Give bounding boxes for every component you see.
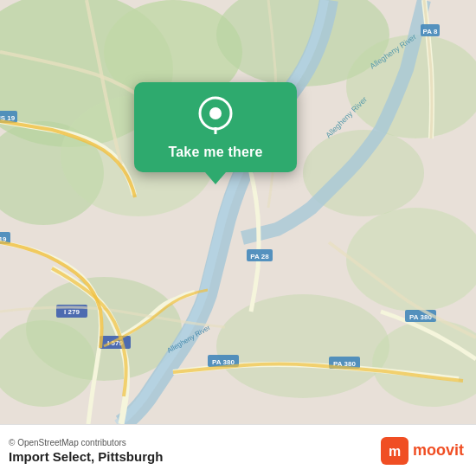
- bottom-left-info: © OpenStreetMap contributors Import Sele…: [9, 438, 163, 464]
- svg-point-11: [216, 294, 389, 398]
- moovit-icon: m: [381, 437, 408, 465]
- svg-text:PA 28: PA 28: [250, 253, 269, 261]
- svg-point-35: [209, 107, 222, 119]
- svg-text:m: m: [389, 444, 401, 459]
- map-svg: Allegheny River Allegheny River PA 8 US …: [0, 0, 476, 424]
- moovit-brand-text: moovit: [413, 441, 464, 460]
- svg-text:PA 8: PA 8: [423, 28, 438, 35]
- location-pin-icon: [196, 96, 235, 136]
- location-title: Import Select, Pittsburgh: [9, 449, 163, 464]
- map-container: Allegheny River Allegheny River PA 8 US …: [0, 0, 476, 424]
- popup-label: Take me there: [168, 145, 262, 160]
- svg-text:I 279: I 279: [64, 308, 80, 316]
- moovit-logo: m moovit: [381, 437, 464, 465]
- bottom-bar: © OpenStreetMap contributors Import Sele…: [0, 424, 476, 476]
- osm-attribution: © OpenStreetMap contributors: [9, 438, 163, 447]
- take-me-there-card[interactable]: Take me there: [134, 82, 297, 172]
